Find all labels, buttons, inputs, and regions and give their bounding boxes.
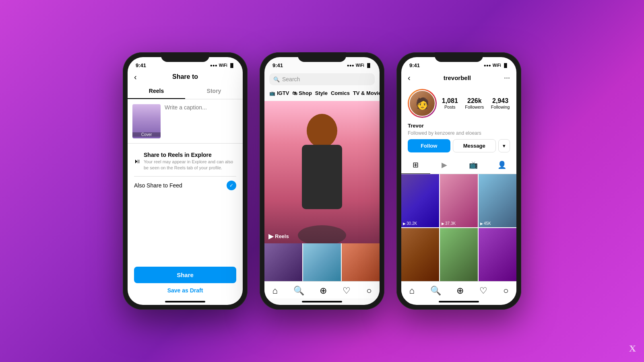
wifi-icon: WiFi (219, 63, 227, 68)
cat-igtv[interactable]: 📺 IGTV (269, 88, 289, 98)
user-full-name: Trevor (401, 121, 516, 130)
grid-cell-3: ▶ 45K (479, 174, 516, 227)
profile-header: ‹ trevorbell ··· (401, 72, 516, 86)
following-count: 2,943 (491, 97, 510, 105)
share-explore-title: Share to Reels in Explore (144, 152, 236, 158)
cat-tv-label: TV & Movies (353, 90, 380, 96)
time-1: 9:41 (136, 62, 146, 68)
grid-cell-5 (440, 228, 478, 281)
cat-comics-label: Comics (331, 90, 350, 96)
wifi-icon-3: WiFi (493, 63, 501, 68)
profile-username: trevorbell (444, 74, 471, 81)
followed-by-text: Followed by kenzoere and eloears (401, 130, 516, 139)
followers-stat: 226k Followers (465, 97, 484, 109)
reels-explore-icon: ⏯ (134, 156, 140, 166)
grid-cell-4 (401, 228, 439, 281)
caption-area: Cover (128, 99, 243, 144)
following-stat: 2,943 Following (491, 97, 510, 109)
search-icon: 🔍 (273, 76, 280, 82)
add-nav-icon[interactable]: ⊕ (320, 286, 327, 296)
search-bar[interactable]: 🔍 Search (269, 73, 375, 85)
more-options-icon[interactable]: ··· (504, 74, 510, 82)
phone-explore: 9:41 ●●● WiFi ▐▌ 🔍 Search 📺 IGTV 🛍 Sho (260, 52, 384, 310)
tab-grid[interactable]: ⊞ (401, 156, 430, 174)
home-nav-icon-3[interactable]: ⌂ (409, 286, 414, 296)
cat-comics[interactable]: Comics (331, 88, 350, 98)
follow-button[interactable]: Follow (408, 139, 450, 152)
message-button[interactable]: Message (453, 139, 496, 152)
share-explore-option: ⏯ Share to Reels in Explore Your reel ma… (134, 148, 236, 175)
tab-igtv-profile[interactable]: 📺 (459, 156, 488, 174)
cat-style-label: Style (315, 90, 328, 96)
reels-main-video: ▶ Reels (264, 101, 380, 243)
tab-reels[interactable]: Reels (128, 84, 185, 99)
profile-nav-icon[interactable]: ○ (366, 286, 372, 296)
time-2: 9:41 (272, 62, 283, 68)
igtv-icon: 📺 (269, 90, 275, 96)
dropdown-button[interactable]: ▾ (498, 139, 510, 152)
posts-label: Posts (442, 105, 458, 109)
status-icons-3: ●●● WiFi ▐▌ (484, 63, 508, 68)
phone-share-to-reels: 9:41 ●●● WiFi ▐▌ ‹ Share to Reels Story … (123, 52, 248, 310)
thumb-1 (264, 243, 302, 281)
profile-back-button[interactable]: ‹ (408, 73, 411, 82)
following-label: Following (491, 105, 510, 109)
share-to-header: ‹ Share to (128, 72, 243, 84)
reels-icon: ▶ (268, 232, 273, 240)
shop-icon: 🛍 (292, 90, 297, 96)
signal-icon-2: ●●● (347, 63, 354, 68)
share-button[interactable]: Share (134, 267, 236, 283)
cat-igtv-label: IGTV (277, 90, 289, 96)
profile-nav-icon-3[interactable]: ○ (503, 286, 508, 296)
svg-point-2 (298, 225, 346, 243)
category-row: 📺 IGTV 🛍 Shop Style Comics TV & Movies (264, 88, 380, 101)
play-count-3: 45K (484, 221, 491, 226)
bottom-nav-2: ⌂ 🔍 ⊕ ♡ ○ (264, 281, 380, 298)
posts-stat: 1,081 Posts (442, 97, 458, 109)
play-icon-2: ▶ (442, 222, 444, 226)
reels-label: ▶ Reels (268, 232, 289, 240)
signal-icon: ●●● (210, 63, 217, 68)
caption-input[interactable] (165, 104, 238, 138)
profile-content-tabs: ⊞ ▶ 📺 👤 (401, 156, 516, 174)
also-share-checkbox[interactable]: ✓ (227, 181, 236, 190)
search-nav-icon-3[interactable]: 🔍 (430, 286, 441, 296)
heart-nav-icon-3[interactable]: ♡ (479, 286, 487, 296)
home-nav-icon[interactable]: ⌂ (272, 286, 277, 296)
svg-rect-1 (302, 145, 342, 209)
search-nav-icon[interactable]: 🔍 (293, 286, 304, 296)
avatar: 🧑 (409, 90, 436, 117)
avatar-ring: 🧑 (408, 89, 437, 118)
add-nav-icon-3[interactable]: ⊕ (456, 286, 464, 296)
watermark: X (629, 343, 636, 354)
tabs-row: Reels Story (128, 84, 243, 99)
share-explore-text: Share to Reels in Explore Your reel may … (144, 152, 236, 171)
notch-2 (298, 52, 346, 62)
battery-icon-2: ▐▌ (366, 63, 372, 68)
phone1-screen: 9:41 ●●● WiFi ▐▌ ‹ Share to Reels Story … (128, 57, 243, 305)
tab-tagged[interactable]: 👤 (488, 156, 517, 174)
save-draft-button[interactable]: Save as Draft (134, 287, 236, 294)
tab-story[interactable]: Story (185, 84, 243, 99)
thumb-3 (342, 243, 380, 281)
status-icons-1: ●●● WiFi ▐▌ (210, 63, 235, 68)
back-button[interactable]: ‹ (134, 72, 137, 82)
options-section: ⏯ Share to Reels in Explore Your reel ma… (128, 144, 243, 199)
cat-shop[interactable]: 🛍 Shop (292, 88, 312, 98)
profile-info-row: 🧑 1,081 Posts 226k Followers 2,943 Follo… (401, 86, 516, 121)
signal-icon-3: ●●● (484, 63, 491, 68)
search-text: Search (282, 76, 300, 82)
heart-nav-icon[interactable]: ♡ (343, 286, 351, 296)
posts-count: 1,081 (442, 97, 458, 105)
play-icon-3: ▶ (480, 222, 483, 226)
cover-thumbnail[interactable]: Cover (132, 104, 161, 138)
phone3-screen: 9:41 ●●● WiFi ▐▌ ‹ trevorbell ··· 🧑 1,0 (401, 57, 516, 305)
time-3: 9:41 (409, 62, 420, 68)
bottom-nav-3: ⌂ 🔍 ⊕ ♡ ○ (401, 281, 516, 298)
status-icons-2: ●●● WiFi ▐▌ (347, 63, 372, 68)
battery-icon-3: ▐▌ (503, 63, 508, 68)
cat-tv[interactable]: TV & Movies (353, 88, 380, 98)
tab-reels-profile[interactable]: ▶ (430, 156, 459, 174)
cat-style[interactable]: Style (315, 88, 328, 98)
thumb-2 (303, 243, 341, 281)
